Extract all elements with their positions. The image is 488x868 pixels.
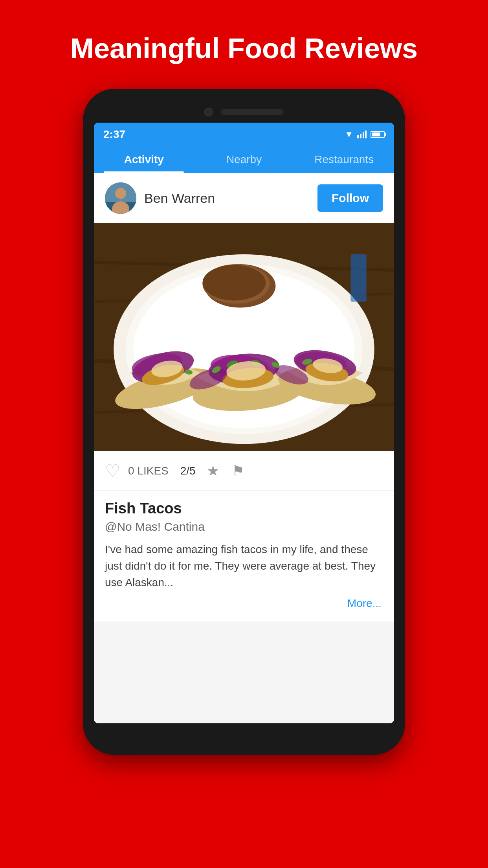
review-text: I've had some amazing fish tacos in my l…	[105, 541, 383, 591]
dish-name: Fish Tacos	[105, 500, 383, 517]
user-header: Ben Warren Follow	[94, 173, 394, 223]
phone-screen: 2:37 ▼ Activity Nearby Res	[94, 123, 394, 723]
battery-icon	[371, 131, 385, 138]
tab-restaurants[interactable]: Restaurants	[294, 145, 394, 173]
review-content: Fish Tacos @No Mas! Cantina I've had som…	[94, 491, 394, 622]
phone-frame: 2:37 ▼ Activity Nearby Res	[83, 89, 405, 755]
follow-button[interactable]: Follow	[317, 184, 383, 212]
likes-count: 0 LIKES	[128, 465, 169, 477]
tab-activity[interactable]: Activity	[94, 145, 194, 173]
content-area: Ben Warren Follow	[94, 173, 394, 723]
tab-nearby[interactable]: Nearby	[194, 145, 294, 173]
svg-point-2	[115, 188, 126, 199]
avatar	[105, 182, 136, 214]
phone-camera	[204, 108, 213, 116]
restaurant-name: @No Mas! Cantina	[105, 520, 383, 533]
rating: 2/5	[180, 465, 196, 477]
user-name: Ben Warren	[144, 191, 310, 206]
svg-rect-39	[350, 254, 366, 302]
status-icons: ▼	[345, 129, 385, 140]
flag-icon[interactable]: ⚑	[232, 463, 244, 479]
signal-icon	[357, 131, 367, 138]
status-time: 2:37	[103, 128, 125, 141]
page-title: Meaningful Food Reviews	[47, 31, 441, 65]
app-navigation: Activity Nearby Restaurants	[94, 145, 394, 173]
status-bar: 2:37 ▼	[94, 123, 394, 145]
wifi-icon: ▼	[345, 129, 353, 140]
food-image-bg	[94, 223, 394, 451]
phone-speaker	[221, 109, 284, 115]
heart-icon[interactable]: ♡	[105, 461, 120, 481]
action-bar: ♡ 0 LIKES 2/5 ★ ⚑	[94, 451, 394, 491]
food-image[interactable]	[94, 223, 394, 451]
phone-top-bar	[94, 101, 394, 123]
post-card: Ben Warren Follow	[94, 173, 394, 622]
more-link[interactable]: More...	[105, 597, 383, 610]
svg-point-15	[202, 265, 266, 300]
star-icon[interactable]: ★	[207, 463, 219, 479]
